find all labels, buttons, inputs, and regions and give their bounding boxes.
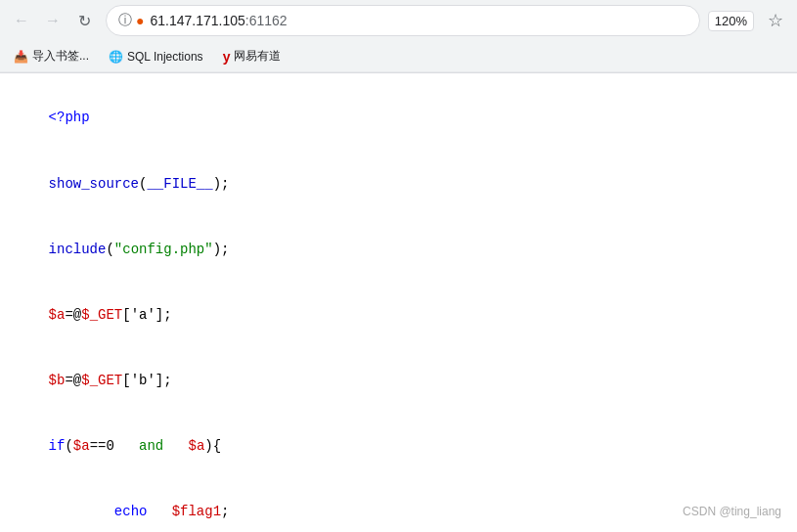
bookmark-star-button[interactable]: ☆ xyxy=(762,7,789,34)
address-bar[interactable]: ⓘ ● 61.147.171.105:61162 xyxy=(106,5,700,36)
bookmark-sql-label: SQL Injections xyxy=(127,50,203,64)
code-line-4: $a=@$_GET['a']; xyxy=(16,283,781,348)
import-icon: 📥 xyxy=(14,50,28,64)
zoom-badge: 120% xyxy=(708,11,754,31)
code-line-7: echo $flag1; xyxy=(16,479,781,532)
forward-button[interactable]: → xyxy=(39,7,66,34)
security-icon: ⓘ xyxy=(118,12,132,29)
title-bar: ← → ↻ ⓘ ● 61.147.171.105:61162 120% ☆ xyxy=(0,0,797,41)
address-icons: ⓘ ● xyxy=(118,12,144,29)
back-button[interactable]: ← xyxy=(8,7,35,34)
url-port: :61162 xyxy=(245,13,288,28)
watermark: CSDN @ting_liang xyxy=(683,503,781,521)
reload-button[interactable]: ↻ xyxy=(70,7,98,34)
include-fn: include xyxy=(49,242,107,257)
youdao-icon: y xyxy=(223,49,231,65)
page-content: <?php show_source(__FILE__); include("co… xyxy=(0,73,797,532)
bookmark-youdao[interactable]: y 网易有道 xyxy=(217,45,288,67)
code-line-3: include("config.php"); xyxy=(16,216,781,282)
nav-buttons: ← → ↻ xyxy=(8,7,98,34)
warning-icon: ● xyxy=(136,13,144,28)
code-line-6: if($a==0 and $a){ xyxy=(16,414,781,479)
globe-icon: 🌐 xyxy=(109,50,123,64)
show-source-fn: show_source xyxy=(49,176,139,192)
url-main: 61.147.171.105 xyxy=(150,13,244,28)
code-line-5: $b=@$_GET['b']; xyxy=(16,348,781,414)
browser-chrome: ← → ↻ ⓘ ● 61.147.171.105:61162 120% ☆ 📥 … xyxy=(0,0,797,73)
address-text: 61.147.171.105:61162 xyxy=(150,13,686,28)
code-line-1: <?php xyxy=(16,85,781,151)
bookmarks-bar: 📥 导入书签... 🌐 SQL Injections y 网易有道 xyxy=(0,41,797,72)
bookmark-import[interactable]: 📥 导入书签... xyxy=(8,45,95,67)
php-open-tag: <?php xyxy=(49,110,90,125)
bookmark-sql[interactable]: 🌐 SQL Injections xyxy=(103,47,209,66)
bookmark-import-label: 导入书签... xyxy=(32,48,89,65)
bookmark-youdao-label: 网易有道 xyxy=(234,48,281,65)
code-line-2: show_source(__FILE__); xyxy=(16,151,781,216)
